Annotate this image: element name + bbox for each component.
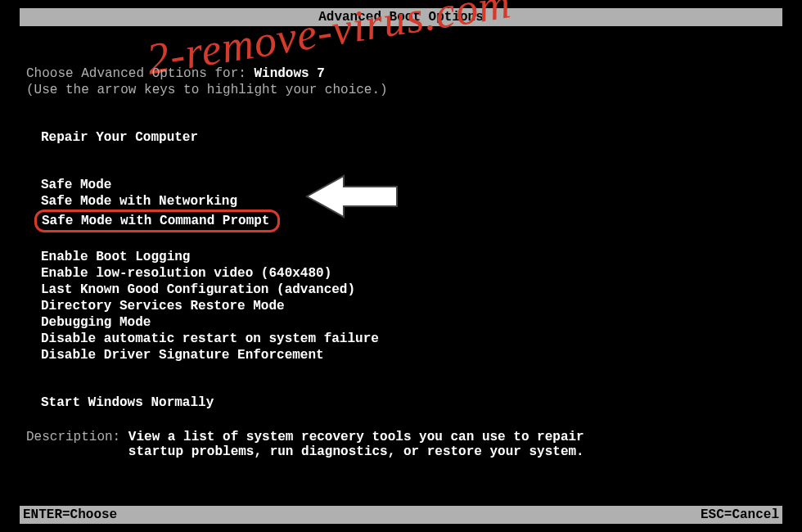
- repair-section[interactable]: Repair Your Computer: [41, 129, 776, 146]
- menu-ds-restore[interactable]: Directory Services Restore Mode: [41, 298, 776, 314]
- description-block: Description: View a list of system recov…: [26, 430, 776, 459]
- choose-line: Choose Advanced Options for: Windows 7: [26, 65, 776, 82]
- main-content: Choose Advanced Options for: Windows 7 (…: [26, 65, 776, 411]
- hint-line: (Use the arrow keys to highlight your ch…: [26, 82, 776, 98]
- menu-safe-mode-cmd-wrap[interactable]: Safe Mode with Command Prompt: [41, 210, 776, 232]
- description-text-1: View a list of system recovery tools you…: [128, 430, 584, 444]
- menu-disable-auto-restart[interactable]: Disable automatic restart on system fail…: [41, 331, 776, 347]
- menu-safe-mode-cmd-highlight[interactable]: Safe Mode with Command Prompt: [34, 210, 280, 232]
- menu-low-res[interactable]: Enable low-resolution video (640x480): [41, 265, 776, 282]
- menu-safe-mode-networking[interactable]: Safe Mode with Networking: [41, 193, 776, 210]
- menu-group-3: Start Windows Normally: [41, 394, 776, 411]
- menu-start-normally[interactable]: Start Windows Normally: [41, 394, 776, 411]
- menu-disable-driver-sig[interactable]: Disable Driver Signature Enforcement: [41, 347, 776, 363]
- os-name: Windows 7: [254, 66, 324, 81]
- description-text-2: startup problems, run diagnostics, or re…: [128, 444, 584, 459]
- menu-debugging[interactable]: Debugging Mode: [41, 314, 776, 331]
- menu-group-1: Safe Mode Safe Mode with Networking Safe…: [41, 177, 776, 232]
- choose-prefix: Choose Advanced Options for:: [26, 66, 254, 81]
- footer-enter: ENTER=Choose: [23, 506, 117, 524]
- menu-safe-mode[interactable]: Safe Mode: [41, 177, 776, 193]
- footer-bar: ENTER=Choose ESC=Cancel: [20, 506, 782, 524]
- description-label: Description:: [26, 430, 128, 444]
- title-bar: Advanced Boot Options: [20, 8, 782, 26]
- menu-group-2: Enable Boot Logging Enable low-resolutio…: [41, 249, 776, 363]
- menu-last-known-good[interactable]: Last Known Good Configuration (advanced): [41, 282, 776, 298]
- menu-boot-logging[interactable]: Enable Boot Logging: [41, 249, 776, 265]
- repair-item[interactable]: Repair Your Computer: [41, 130, 198, 145]
- footer-esc: ESC=Cancel: [701, 506, 779, 524]
- annotation-arrow-icon: [303, 172, 401, 221]
